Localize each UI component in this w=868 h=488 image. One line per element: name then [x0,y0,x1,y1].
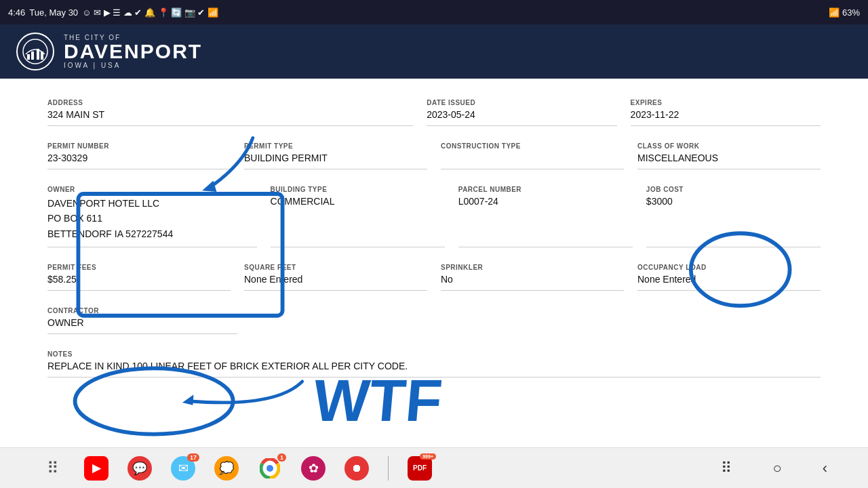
permit-number-value: 23-30329 [47,152,231,163]
notes-label: NOTES [47,350,821,358]
owner-field: OWNER DAVENPORT HOTEL LLC PO BOX 611 BET… [47,179,257,247]
app-icons: ⠿ ▶ 💬 ✉ 17 💭 1 ✿ ⏺ PDF 999+ [41,456,432,481]
address-field: ADDRESS 324 MAIN ST [47,92,413,126]
svg-point-9 [75,368,233,434]
svg-marker-7 [182,394,194,405]
contractor-value: OWNER [47,317,237,328]
messages-button[interactable]: ✉ 17 [171,456,195,481]
square-feet-field: SQUARE FEET None Entered [244,257,427,291]
row-address: ADDRESS 324 MAIN ST DATE ISSUED 2023-05-… [47,92,821,126]
contractor-field: CONTRACTOR OWNER [47,300,237,334]
row-permit-number: PERMIT NUMBER 23-30329 PERMIT TYPE BUILD… [47,136,821,169]
row-notes: NOTES REPLACE IN KIND 100 LINEAR FEET OF… [47,344,821,378]
city-name-block: THE CITY OF DAVENPORT IOWA | USA [64,34,202,69]
construction-type-field: CONSTRUCTION TYPE [441,136,624,169]
occupancy-load-value: None Entered [637,274,821,285]
job-cost-label: JOB COST [646,186,821,193]
blossom-button[interactable]: ✿ [301,456,326,481]
parcel-number-field: PARCEL NUMBER L0007-24 [458,179,633,247]
pdf-badge: 999+ [420,453,436,460]
building-type-value: COMMERCIAL [271,196,445,207]
row-fees: PERMIT FEES $58.25 SQUARE FEET None Ente… [47,257,821,291]
back-button[interactable]: ‹ [823,460,827,477]
occupancy-load-field: OCCUPANCY LOAD None Entered [637,257,821,291]
system-nav: ⠿ ○ ‹ [721,460,827,477]
square-feet-value: None Entered [244,274,427,285]
row-contractor: CONTRACTOR OWNER [47,300,821,334]
pdf-button[interactable]: PDF 999+ [408,456,432,481]
battery: 63% [842,7,860,18]
sprinkler-label: SPRINKLER [441,264,624,271]
permit-fees-field: PERMIT FEES $58.25 [47,257,231,291]
time: 4:46 [8,7,25,18]
permit-type-label: PERMIT TYPE [244,142,427,150]
permit-fees-label: PERMIT FEES [47,264,231,271]
status-bar: 4:46 Tue, May 30 ☺ ✉ ▶ ☰ ☁ ✔ 🔔 📍 🔄 📷 ✔ 📶… [0,0,868,24]
expires-field: EXPIRES 2023-11-22 [631,92,821,126]
row-owner: OWNER DAVENPORT HOTEL LLC PO BOX 611 BET… [47,179,821,247]
date-issued-label: DATE ISSUED [427,99,616,106]
city-of-label: THE CITY OF [64,34,202,41]
status-left: 4:46 Tue, May 30 ☺ ✉ ▶ ☰ ☁ ✔ 🔔 📍 🔄 📷 ✔ 📶 [8,7,218,18]
permit-document: ADDRESS 324 MAIN ST DATE ISSUED 2023-05-… [0,79,868,447]
recorder-button[interactable]: ⏺ [344,456,369,481]
class-of-work-value: MISCELLANEOUS [637,152,821,163]
permit-fees-value: $58.25 [47,274,231,285]
logo-area: THE CITY OF DAVENPORT IOWA | USA [16,33,202,70]
svg-rect-2 [31,52,34,60]
messages-badge: 17 [187,453,199,462]
building-type-field: BUILDING TYPE COMMERCIAL [271,179,445,247]
permit-number-label: PERMIT NUMBER [47,142,231,150]
expires-label: EXPIRES [631,99,821,106]
address-label: ADDRESS [47,99,413,106]
permit-type-value: BUILDING PERMIT [244,152,427,163]
date-issued-value: 2023-05-24 [427,109,616,120]
class-of-work-field: CLASS OF WORK MISCELLANEOUS [637,136,821,169]
youtube-button[interactable]: ▶ [84,456,108,481]
square-feet-label: SQUARE FEET [244,264,427,271]
building-type-label: BUILDING TYPE [271,186,445,193]
city-name: DAVENPORT [64,41,202,62]
expires-value: 2023-11-22 [631,109,821,120]
status-right: 📶 63% [829,7,860,18]
svg-point-12 [267,465,273,472]
home-button[interactable]: ○ [772,460,781,477]
chat-button[interactable]: 💬 [127,456,152,481]
bottom-navigation: ⠿ ▶ 💬 ✉ 17 💭 1 ✿ ⏺ PDF 999+ ⠿ ○ [0,447,868,488]
permit-type-field: PERMIT TYPE BUILDING PERMIT [244,136,427,169]
notes-value: REPLACE IN KIND 100 LINEAR FEET OF BRICK… [47,361,821,371]
job-cost-field: JOB COST $3000 [646,179,821,247]
menu-button[interactable]: ⠿ [721,460,732,477]
construction-type-label: CONSTRUCTION TYPE [441,142,624,150]
chrome-button[interactable]: 1 [258,456,282,481]
notes-field: NOTES REPLACE IN KIND 100 LINEAR FEET OF… [47,344,821,378]
date: Tue, May 30 [29,7,78,18]
date-issued-field: DATE ISSUED 2023-05-24 [427,92,616,126]
svg-rect-1 [27,54,30,60]
grid-button[interactable]: ⠿ [41,456,65,481]
svg-point-0 [23,39,47,64]
permit-number-field: PERMIT NUMBER 23-30329 [47,136,231,169]
class-of-work-label: CLASS OF WORK [637,142,821,150]
state-line: IOWA | USA [64,62,202,69]
hangouts-button[interactable]: 💭 [214,456,239,481]
status-icons: ☺ ✉ ▶ ☰ ☁ ✔ 🔔 📍 🔄 📷 ✔ 📶 [82,7,218,18]
divider [388,456,389,481]
app-header: THE CITY OF DAVENPORT IOWA | USA [0,24,868,79]
parcel-number-value: L0007-24 [458,196,633,207]
owner-label: OWNER [47,186,257,193]
job-cost-value: $3000 [646,196,821,207]
contractor-label: CONTRACTOR [47,307,237,314]
city-logo [16,33,54,70]
wifi-icon: 📶 [829,7,840,18]
occupancy-load-label: OCCUPANCY LOAD [637,264,821,271]
sprinkler-value: No [441,274,624,285]
chrome-badge: 1 [277,453,286,462]
address-value: 324 MAIN ST [47,109,413,120]
sprinkler-field: SPRINKLER No [441,257,624,291]
owner-value: DAVENPORT HOTEL LLC PO BOX 611 BETTENDOR… [47,196,257,241]
parcel-number-label: PARCEL NUMBER [458,186,633,193]
